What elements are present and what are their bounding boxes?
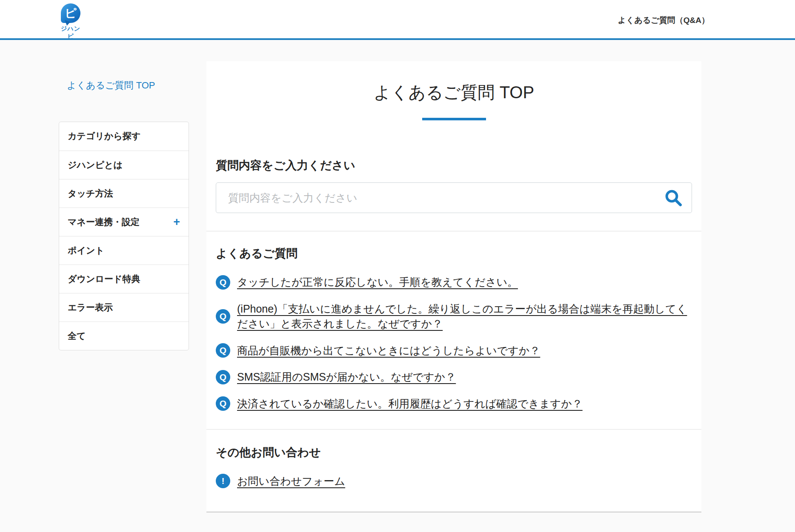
sidebar-item-all[interactable]: 全て	[59, 321, 189, 350]
faq-item: Q 商品が自販機から出てこないときにはどうしたらよいですか？	[216, 343, 692, 358]
sidebar-item-error-display[interactable]: エラー表示	[59, 293, 189, 321]
search-label: 質問内容をご入力ください	[216, 158, 692, 173]
category-menu: カテゴリから探す ジハンピとは タッチ方法 + マネー連携・設定 ポイント ダウ…	[59, 122, 189, 350]
question-badge-icon: Q	[216, 275, 230, 290]
search-input[interactable]	[216, 183, 692, 213]
section-divider	[206, 231, 701, 231]
logo-text: ジハンピ	[60, 25, 82, 40]
sidebar: よくあるご質問 TOP カテゴリから探す ジハンピとは タッチ方法 + マネー連…	[59, 79, 189, 350]
faq-heading: よくあるご質問	[216, 246, 692, 261]
sidebar-item-touch-method[interactable]: タッチ方法	[59, 179, 189, 208]
main-content: よくあるご質問 TOP 質問内容をご入力ください よくあるご質問 Q タッチした…	[206, 61, 701, 512]
question-badge-icon: Q	[216, 343, 230, 358]
sidebar-item-download-bonus[interactable]: ダウンロード特典	[59, 265, 189, 293]
faq-item: Q 決済されているか確認したい。利用履歴はどうすれば確認できますか？	[216, 396, 692, 412]
logo[interactable]: ピ ジハンピ	[60, 3, 82, 40]
faq-link-iphone-payment-error[interactable]: (iPhone)「支払いに進めませんでした。繰り返しこのエラーが出る場合は端末を…	[237, 302, 692, 332]
faq-link-touch-not-responding[interactable]: タッチしたが正常に反応しない。手順を教えてください。	[237, 275, 518, 290]
title-underline	[422, 118, 486, 120]
question-badge-icon: Q	[216, 396, 230, 411]
question-badge-icon: Q	[216, 370, 230, 384]
faq-item: Q (iPhone)「支払いに進めませんでした。繰り返しこのエラーが出る場合は端…	[216, 302, 692, 332]
faq-link-sms-not-received[interactable]: SMS認証用のSMSが届かない。なぜですか？	[237, 370, 456, 385]
sidebar-item-label: マネー連携・設定	[68, 217, 140, 227]
faq-list: Q タッチしたが正常に反応しない。手順を教えてください。 Q (iPhone)「…	[216, 275, 692, 411]
header: ピ ジハンピ よくあるご質問（Q&A）	[0, 0, 795, 40]
section-divider	[206, 429, 701, 430]
faq-item: Q SMS認証用のSMSが届かない。なぜですか？	[216, 370, 692, 385]
sidebar-item-about[interactable]: ジハンピとは	[59, 151, 189, 179]
faq-link-check-payment-history[interactable]: 決済されているか確認したい。利用履歴はどうすれば確認できますか？	[237, 396, 583, 412]
contact-form-link[interactable]: お問い合わせフォーム	[237, 474, 345, 488]
faq-item: Q タッチしたが正常に反応しない。手順を教えてください。	[216, 275, 692, 290]
sidebar-top-link[interactable]: よくあるご質問 TOP	[67, 79, 155, 92]
faq-link-product-not-dispensed[interactable]: 商品が自販機から出てこないときにはどうしたらよいですか？	[237, 343, 540, 358]
header-nav-title: よくあるご質問（Q&A）	[618, 15, 709, 26]
sidebar-item-points[interactable]: ポイント	[59, 236, 189, 265]
exclamation-badge-icon: !	[216, 474, 230, 488]
expand-plus-icon[interactable]: +	[173, 208, 180, 236]
sidebar-item-money-settings[interactable]: + マネー連携・設定	[59, 208, 189, 236]
search-icon[interactable]	[664, 189, 682, 207]
logo-glyph: ピ	[65, 6, 77, 21]
contact-row: ! お問い合わせフォーム	[216, 474, 692, 488]
page-title: よくあるご質問 TOP	[216, 81, 692, 104]
category-menu-header: カテゴリから探す	[59, 122, 189, 151]
question-badge-icon: Q	[216, 309, 230, 324]
logo-icon: ピ	[61, 3, 80, 23]
contact-heading: その他お問い合わせ	[216, 445, 692, 460]
search-box	[216, 182, 692, 213]
